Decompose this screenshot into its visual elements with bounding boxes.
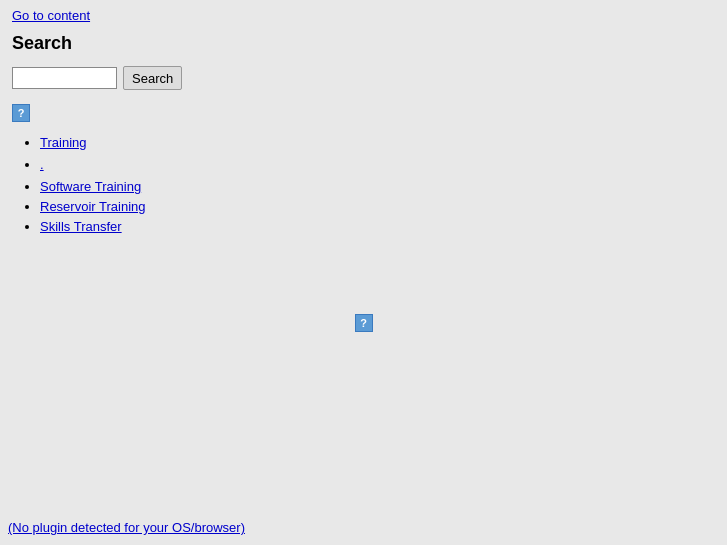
list-item: Skills Transfer: [40, 218, 715, 234]
plugin-icon-top: ?: [12, 104, 715, 134]
no-plugin-link[interactable]: (No plugin detected for your OS/browser): [8, 520, 245, 535]
software-training-link[interactable]: Software Training: [40, 179, 141, 194]
training-link[interactable]: Training: [40, 135, 86, 150]
reservoir-training-link[interactable]: Reservoir Training: [40, 199, 146, 214]
list-item: .: [40, 156, 715, 172]
sub-nav-list: Software Training Reservoir Training Ski…: [12, 178, 715, 234]
skills-transfer-link[interactable]: Skills Transfer: [40, 219, 122, 234]
list-item: Training: [40, 134, 715, 150]
list-item: Reservoir Training: [40, 198, 715, 214]
skip-to-content-link[interactable]: Go to content: [12, 8, 715, 23]
plugin-icon-center-image: ?: [355, 314, 373, 332]
page-title: Search: [12, 33, 715, 54]
plugin-icon-image: ?: [12, 104, 30, 122]
list-item: Software Training: [40, 178, 715, 194]
dot-link[interactable]: .: [40, 157, 44, 172]
center-plugin-area: ?: [12, 314, 715, 332]
search-input[interactable]: [12, 67, 117, 89]
nav-list: Training .: [12, 134, 715, 172]
search-form: Search: [12, 66, 715, 90]
search-button[interactable]: Search: [123, 66, 182, 90]
